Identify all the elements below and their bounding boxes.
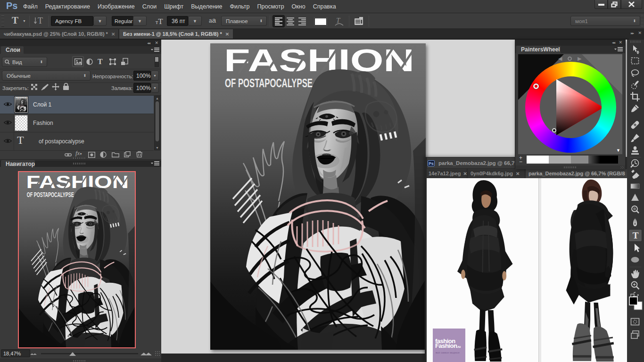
svg-text:T: T	[336, 16, 341, 24]
svg-text:T: T	[38, 16, 43, 25]
